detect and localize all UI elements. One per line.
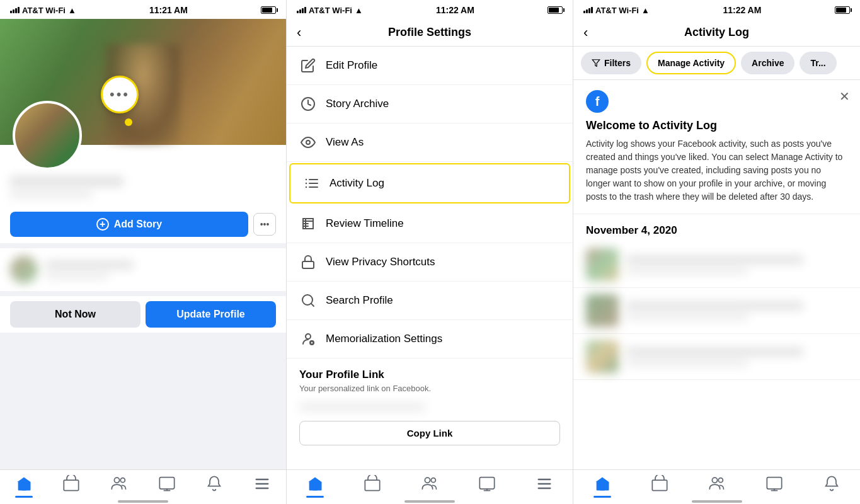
profile-link-value xyxy=(299,403,425,411)
back-button-3[interactable]: ‹ xyxy=(583,25,602,41)
back-button-2[interactable]: ‹ xyxy=(297,25,316,41)
tab-people-1[interactable] xyxy=(110,475,128,493)
story-more-button[interactable]: ••• xyxy=(253,213,276,236)
card-line2 xyxy=(45,272,108,279)
card-avatar xyxy=(10,256,38,284)
tab-archive-label: Archive xyxy=(752,58,784,68)
tab-store-2[interactable] xyxy=(364,475,381,493)
profile-link-title: Your Profile Link xyxy=(287,358,573,384)
lock-icon xyxy=(299,253,317,271)
carrier-label-1: AT&T Wi-Fi xyxy=(22,6,66,15)
status-right-2 xyxy=(548,6,563,14)
post-text-line2-1 xyxy=(626,267,748,274)
activity-post-3[interactable] xyxy=(573,334,860,380)
tab-people-3[interactable] xyxy=(708,475,726,493)
tab-menu-2[interactable] xyxy=(536,475,553,493)
post-text-wrap-2 xyxy=(626,302,847,320)
view-as-label: View As xyxy=(326,136,364,149)
tab-trash-button[interactable]: Tr... xyxy=(800,52,836,74)
tab-bar-1 xyxy=(0,469,286,500)
nav-bar-3: ‹ Activity Log xyxy=(573,19,860,47)
newspaper-icon xyxy=(299,215,317,232)
signal-icon-3 xyxy=(583,7,593,13)
nav-bar-2: ‹ Profile Settings xyxy=(287,19,573,47)
more-options-button[interactable] xyxy=(101,76,139,113)
profile-link-sub: Your personalized link on Facebook. xyxy=(287,384,573,398)
clock-icon xyxy=(299,95,317,113)
tab-store-3[interactable] xyxy=(651,475,668,493)
home-indicator-1 xyxy=(0,500,286,504)
svg-rect-3 xyxy=(159,478,174,490)
tab-watch-2[interactable] xyxy=(478,475,496,493)
tab-manage-activity-button[interactable]: Manage Activity xyxy=(646,52,736,74)
svg-point-8 xyxy=(306,140,310,144)
tab-bar-2 xyxy=(287,469,573,500)
activity-log-content: f ✕ Welcome to Activity Log Activity log… xyxy=(573,80,860,469)
carrier-label-2: AT&T Wi-Fi xyxy=(309,6,352,15)
nav-title-3: Activity Log xyxy=(602,26,831,39)
facebook-logo: f xyxy=(586,90,609,113)
tab-home-2[interactable] xyxy=(306,475,324,493)
filter-icon-wrap: Filters xyxy=(592,58,631,68)
card-line1 xyxy=(45,261,134,269)
tab-menu-1[interactable] xyxy=(253,475,271,493)
svg-rect-28 xyxy=(652,480,667,490)
signal-icon xyxy=(10,7,20,13)
tab-home-3[interactable] xyxy=(593,475,611,493)
tab-archive-button[interactable]: Archive xyxy=(741,52,794,74)
settings-item-activity-log[interactable]: Activity Log xyxy=(289,163,570,203)
pencil-icon xyxy=(299,57,317,74)
post-text-line1-2 xyxy=(626,302,803,310)
add-story-label: Add Story xyxy=(114,219,162,230)
tab-watch-1[interactable] xyxy=(158,475,176,493)
update-profile-button[interactable]: Update Profile xyxy=(146,301,276,328)
list-icon xyxy=(303,175,321,192)
tab-filters-button[interactable]: Filters xyxy=(581,52,641,74)
svg-rect-4 xyxy=(256,479,269,480)
activity-post-1[interactable] xyxy=(573,242,860,288)
settings-item-privacy[interactable]: View Privacy Shortcuts xyxy=(287,243,573,282)
add-story-button[interactable]: + Add Story xyxy=(10,212,248,237)
svg-rect-6 xyxy=(256,488,269,489)
settings-item-review-timeline[interactable]: Review Timeline xyxy=(287,205,573,243)
close-button[interactable]: ✕ xyxy=(839,89,850,104)
nav-title-2: Profile Settings xyxy=(316,26,544,39)
settings-item-memorialization[interactable]: Memorialization Settings xyxy=(287,320,573,358)
post-text-wrap-1 xyxy=(626,256,847,274)
person-settings-icon xyxy=(299,330,317,348)
search-icon xyxy=(299,292,317,309)
svg-rect-24 xyxy=(537,479,551,480)
tab-bell-3[interactable] xyxy=(823,475,840,493)
post-text-line2-3 xyxy=(626,359,748,366)
profile-avatar xyxy=(13,101,82,170)
profile-sub-blur xyxy=(10,190,92,198)
svg-point-18 xyxy=(306,334,311,339)
tab-bell-1[interactable] xyxy=(205,475,223,493)
post-thumbnail-1 xyxy=(586,248,619,281)
yellow-connector-dot xyxy=(125,118,132,126)
settings-item-search[interactable]: Search Profile xyxy=(287,282,573,320)
panel1-profile: AT&T Wi-Fi ▲ 11:21 AM xyxy=(0,0,287,504)
svg-rect-31 xyxy=(767,478,781,490)
battery-icon-2 xyxy=(548,6,563,14)
not-now-button[interactable]: Not Now xyxy=(10,301,140,328)
settings-item-edit-profile[interactable]: Edit Profile xyxy=(287,47,573,85)
activity-post-2[interactable] xyxy=(573,288,860,334)
tab-bar-3 xyxy=(573,469,860,500)
profile-cover xyxy=(0,19,286,145)
tab-home-1[interactable] xyxy=(15,475,33,493)
tab-people-2[interactable] xyxy=(421,475,439,493)
tab-watch-3[interactable] xyxy=(765,475,783,493)
welcome-desc: Activity log shows your Facebook activit… xyxy=(586,137,847,203)
search-profile-label: Search Profile xyxy=(326,294,393,307)
tab-store-1[interactable] xyxy=(62,475,80,493)
profile-content: + Add Story ••• Not Now Update Profile xyxy=(0,19,286,469)
welcome-card: f ✕ Welcome to Activity Log Activity log… xyxy=(573,80,860,214)
post-text-line2-2 xyxy=(626,313,748,320)
settings-item-story-archive[interactable]: Story Archive xyxy=(287,85,573,123)
svg-rect-20 xyxy=(365,480,380,490)
svg-point-21 xyxy=(425,478,430,483)
copy-link-button[interactable]: Copy Link xyxy=(299,421,560,445)
panel3-activity: AT&T Wi-Fi ▲ 11:22 AM ‹ Activity Log Fil… xyxy=(573,0,860,504)
settings-item-view-as[interactable]: View As xyxy=(287,123,573,162)
